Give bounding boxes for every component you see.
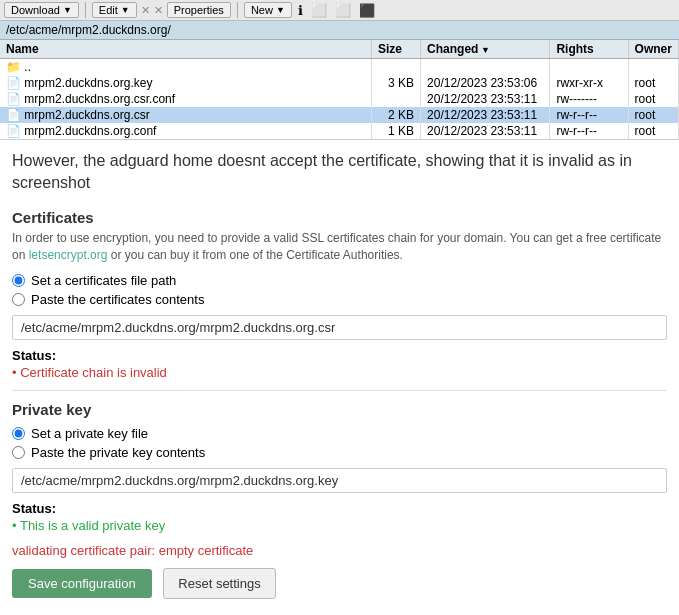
file-changed-cell: 20/12/2023 23:53:11 bbox=[421, 91, 550, 107]
table-row[interactable]: 📄 mrpm2.duckdns.org.conf 1 KB 20/12/2023… bbox=[0, 123, 679, 139]
close-icon-1[interactable]: ✕ bbox=[141, 4, 150, 17]
col-header-size[interactable]: Size bbox=[372, 40, 421, 59]
file-name-cell: 📁 .. bbox=[0, 59, 372, 76]
col-header-name[interactable]: Name bbox=[0, 40, 372, 59]
path-text: /etc/acme/mrpm2.duckdns.org/ bbox=[6, 23, 171, 37]
key-status-block: Status: This is a valid private key bbox=[12, 501, 667, 533]
file-owner-cell: root bbox=[628, 91, 678, 107]
file-size-cell bbox=[372, 59, 421, 76]
main-content: However, the adguard home doesnt accept … bbox=[0, 140, 679, 609]
toolbar: Download ▼ Edit ▼ ✕ ✕ Properties New ▼ ℹ… bbox=[0, 0, 679, 21]
edit-label: Edit bbox=[99, 4, 118, 16]
file-changed-cell bbox=[421, 59, 550, 76]
certificates-section: Certificates In order to use encryption,… bbox=[12, 209, 667, 381]
new-label: New bbox=[251, 4, 273, 16]
validation-error: validating certificate pair: empty certi… bbox=[12, 543, 667, 558]
cert-option1-text: Set a certificates file path bbox=[31, 273, 176, 288]
key-option1-radio[interactable] bbox=[12, 427, 25, 440]
file-name-cell: 📄 mrpm2.duckdns.org.csr bbox=[0, 107, 372, 123]
file-owner-cell: root bbox=[628, 123, 678, 139]
private-key-title: Private key bbox=[12, 401, 667, 418]
file-icon: 📄 bbox=[6, 124, 21, 138]
certificates-title: Certificates bbox=[12, 209, 667, 226]
key-radio-group: Set a private key file Paste the private… bbox=[12, 426, 667, 460]
file-icon: 📁 bbox=[6, 60, 21, 74]
path-bar: /etc/acme/mrpm2.duckdns.org/ bbox=[0, 21, 679, 40]
key-status-ok: This is a valid private key bbox=[12, 518, 667, 533]
cert-desc-text2: or you can buy it from one of the Certif… bbox=[111, 248, 403, 262]
edit-button[interactable]: Edit ▼ bbox=[92, 2, 137, 18]
file-owner-cell bbox=[628, 59, 678, 76]
reset-button[interactable]: Reset settings bbox=[163, 568, 275, 599]
cert-option2-text: Paste the certificates contents bbox=[31, 292, 204, 307]
col-header-rights[interactable]: Rights bbox=[550, 40, 628, 59]
table-row[interactable]: 📁 .. bbox=[0, 59, 679, 76]
properties-label: Properties bbox=[174, 4, 224, 16]
view-icon-4[interactable]: ⬛ bbox=[357, 3, 377, 18]
file-icon: 📄 bbox=[6, 92, 21, 106]
file-name-cell: 📄 mrpm2.duckdns.org.key bbox=[0, 75, 372, 91]
file-rights-cell: rwxr-xr-x bbox=[550, 75, 628, 91]
certificates-description: In order to use encryption, you need to … bbox=[12, 230, 667, 264]
col-header-owner[interactable]: Owner bbox=[628, 40, 678, 59]
cert-status-error: Certificate chain is invalid bbox=[12, 365, 667, 380]
file-size-cell: 1 KB bbox=[372, 123, 421, 139]
key-status-label: Status: bbox=[12, 501, 667, 516]
close-icon-2[interactable]: ✕ bbox=[154, 4, 163, 17]
download-button[interactable]: Download ▼ bbox=[4, 2, 79, 18]
download-label: Download bbox=[11, 4, 60, 16]
file-rights-cell bbox=[550, 59, 628, 76]
cert-path-input[interactable] bbox=[12, 315, 667, 340]
file-size-cell: 2 KB bbox=[372, 107, 421, 123]
view-icon-1[interactable]: ℹ bbox=[296, 3, 305, 18]
key-option2-text: Paste the private key contents bbox=[31, 445, 205, 460]
table-row[interactable]: 📄 mrpm2.duckdns.org.key 3 KB 20/12/2023 … bbox=[0, 75, 679, 91]
file-changed-cell: 20/12/2023 23:53:11 bbox=[421, 107, 550, 123]
new-arrow-icon: ▼ bbox=[276, 5, 285, 15]
new-button[interactable]: New ▼ bbox=[244, 2, 292, 18]
file-table: Name Size Changed Rights Owner 📁 .. 📄 mr… bbox=[0, 40, 679, 139]
cert-option2-label[interactable]: Paste the certificates contents bbox=[12, 292, 667, 307]
table-row[interactable]: 📄 mrpm2.duckdns.org.csr 2 KB 20/12/2023 … bbox=[0, 107, 679, 123]
edit-arrow-icon: ▼ bbox=[121, 5, 130, 15]
file-manager: Download ▼ Edit ▼ ✕ ✕ Properties New ▼ ℹ… bbox=[0, 0, 679, 140]
key-option1-text: Set a private key file bbox=[31, 426, 148, 441]
col-header-changed[interactable]: Changed bbox=[421, 40, 550, 59]
section-divider bbox=[12, 390, 667, 391]
file-icon: 📄 bbox=[6, 108, 21, 122]
file-rights-cell: rw------- bbox=[550, 91, 628, 107]
file-changed-cell: 20/12/2023 23:53:11 bbox=[421, 123, 550, 139]
file-name-cell: 📄 mrpm2.duckdns.org.csr.conf bbox=[0, 91, 372, 107]
file-changed-cell: 20/12/2023 23:53:06 bbox=[421, 75, 550, 91]
properties-button[interactable]: Properties bbox=[167, 2, 231, 18]
view-icon-3[interactable]: ⬜ bbox=[333, 3, 353, 18]
file-owner-cell: root bbox=[628, 107, 678, 123]
file-name-cell: 📄 mrpm2.duckdns.org.conf bbox=[0, 123, 372, 139]
key-option2-label[interactable]: Paste the private key contents bbox=[12, 445, 667, 460]
view-icon-2[interactable]: ⬜ bbox=[309, 3, 329, 18]
action-buttons: Save configuration Reset settings bbox=[12, 568, 667, 599]
file-rights-cell: rw-r--r-- bbox=[550, 107, 628, 123]
cert-option1-label[interactable]: Set a certificates file path bbox=[12, 273, 667, 288]
cert-status-label: Status: bbox=[12, 348, 667, 363]
key-option1-label[interactable]: Set a private key file bbox=[12, 426, 667, 441]
letsencrypt-link[interactable]: letsencrypt.org bbox=[29, 248, 108, 262]
file-size-cell: 3 KB bbox=[372, 75, 421, 91]
key-option2-radio[interactable] bbox=[12, 446, 25, 459]
file-rights-cell: rw-r--r-- bbox=[550, 123, 628, 139]
cert-option1-radio[interactable] bbox=[12, 274, 25, 287]
table-row[interactable]: 📄 mrpm2.duckdns.org.csr.conf 20/12/2023 … bbox=[0, 91, 679, 107]
download-arrow-icon: ▼ bbox=[63, 5, 72, 15]
save-button[interactable]: Save configuration bbox=[12, 569, 152, 598]
cert-status-block: Status: Certificate chain is invalid bbox=[12, 348, 667, 380]
private-key-section: Private key Set a private key file Paste… bbox=[12, 401, 667, 533]
cert-option2-radio[interactable] bbox=[12, 293, 25, 306]
key-path-input[interactable] bbox=[12, 468, 667, 493]
file-owner-cell: root bbox=[628, 75, 678, 91]
toolbar-separator-1 bbox=[85, 2, 86, 18]
toolbar-separator-2 bbox=[237, 2, 238, 18]
file-icon: 📄 bbox=[6, 76, 21, 90]
notice-text: However, the adguard home doesnt accept … bbox=[12, 150, 667, 195]
file-size-cell bbox=[372, 91, 421, 107]
cert-radio-group: Set a certificates file path Paste the c… bbox=[12, 273, 667, 307]
